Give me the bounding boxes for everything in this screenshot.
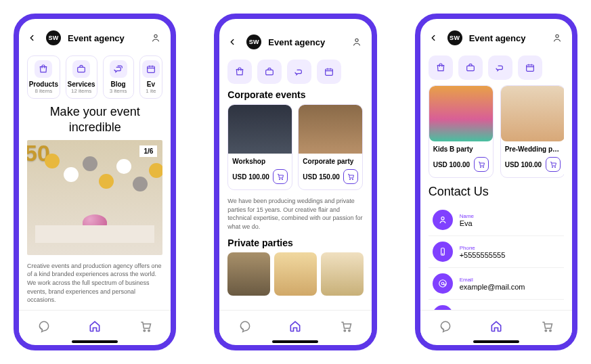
chip-label: Services [68, 81, 95, 88]
card-title: Workshop [232, 158, 288, 165]
hero-description: Creative events and production agency of… [27, 262, 162, 304]
home-indicator [72, 340, 118, 343]
svg-point-20 [554, 166, 555, 167]
product-card-workshop[interactable]: Workshop USD 100.00 [227, 104, 292, 190]
chip-label: Ev [147, 81, 155, 88]
svg-point-14 [556, 35, 559, 37]
card-title: Corporate party [303, 158, 358, 165]
svg-point-11 [353, 179, 353, 179]
chip-services[interactable]: Services 12 items [66, 55, 97, 99]
thumbnail[interactable] [227, 252, 270, 296]
phone-frame-2: SW Event agency Corporate events Worksho… [214, 14, 376, 350]
phone-frame-1: SW Event agency Products 8 items Service… [14, 14, 176, 350]
add-to-cart-button[interactable] [273, 169, 288, 184]
back-icon[interactable] [27, 33, 39, 43]
svg-point-12 [344, 329, 345, 331]
chip-sub: 3 items [110, 88, 127, 94]
home-indicator [473, 340, 519, 343]
add-to-cart-button[interactable] [546, 157, 561, 172]
card-image [228, 105, 292, 154]
profile-icon[interactable] [350, 37, 364, 47]
section-corporate-events: Corporate events [227, 89, 363, 100]
briefcase-icon [72, 60, 90, 78]
hero-heading: Make your event incredible [27, 104, 162, 136]
back-icon[interactable] [227, 37, 240, 47]
person-icon [433, 210, 453, 230]
nav-chat-icon[interactable] [238, 319, 253, 334]
bag-icon [35, 60, 52, 78]
bottom-nav [420, 310, 572, 341]
app-header: SW Event agency [27, 26, 162, 50]
nav-chat-icon[interactable] [37, 319, 51, 334]
contact-row-name[interactable]: Name Eva [429, 204, 564, 236]
chip-events[interactable]: Ev 1 ite [139, 55, 163, 99]
chip-events[interactable] [317, 60, 341, 84]
card-title: Pre-Wedding pa... [505, 145, 561, 153]
thumbnail[interactable] [274, 252, 317, 296]
contact-value: example@mail.com [460, 283, 525, 291]
bottom-nav [219, 310, 371, 341]
svg-point-9 [282, 179, 283, 179]
contact-row-address[interactable]: Address Netherlands, Amsterdam [429, 300, 564, 310]
chip-blog[interactable] [488, 55, 512, 80]
card-image [429, 86, 493, 141]
contact-heading: Contact Us [429, 185, 564, 199]
contact-row-phone[interactable]: Phone +5555555555 [429, 236, 564, 268]
corporate-cards: Workshop USD 100.00 Corporate party USD … [227, 104, 363, 190]
chip-events[interactable] [518, 55, 542, 80]
chip-products[interactable] [227, 60, 252, 84]
hero-image[interactable]: 1/6 50 [27, 140, 162, 255]
chip-services[interactable] [458, 55, 483, 80]
svg-point-3 [144, 329, 145, 331]
svg-point-17 [480, 166, 481, 167]
profile-icon[interactable] [149, 32, 162, 43]
nav-cart-icon[interactable] [138, 319, 153, 334]
chip-label: Products [29, 81, 58, 88]
brand-logo: SW [46, 30, 61, 45]
category-chips: Products 8 items Services 12 items Blog … [27, 55, 162, 99]
svg-point-5 [355, 39, 358, 41]
contact-label: Name [460, 213, 474, 219]
nav-home-icon[interactable] [87, 319, 102, 334]
nav-chat-icon[interactable] [438, 319, 453, 334]
calendar-icon [142, 60, 160, 78]
phone-icon [433, 242, 453, 262]
card-image [501, 86, 564, 141]
profile-icon[interactable] [550, 32, 564, 43]
card-title: Kids B party [433, 145, 489, 153]
chip-products[interactable] [429, 55, 453, 80]
location-icon [433, 305, 453, 310]
svg-rect-2 [148, 66, 155, 72]
nav-home-icon[interactable] [489, 319, 504, 334]
contact-label: Email [460, 277, 525, 283]
contact-row-email[interactable]: Email example@mail.com [429, 268, 564, 300]
chip-sub: 8 items [35, 88, 52, 94]
private-thumbnails [227, 252, 363, 296]
svg-rect-15 [466, 66, 474, 70]
bottom-nav [19, 310, 171, 341]
chip-products[interactable]: Products 8 items [27, 55, 60, 99]
add-to-cart-button[interactable] [343, 169, 358, 184]
nav-home-icon[interactable] [288, 319, 303, 334]
chip-services[interactable] [257, 60, 282, 84]
chip-blog[interactable] [287, 60, 311, 84]
about-text: We have been producing weddings and priv… [227, 197, 363, 231]
svg-point-18 [483, 166, 483, 167]
svg-rect-7 [326, 69, 333, 75]
thumbnail[interactable] [321, 252, 364, 296]
svg-point-28 [549, 329, 550, 331]
svg-point-23 [442, 254, 443, 254]
svg-point-10 [350, 179, 351, 179]
nav-cart-icon[interactable] [540, 319, 554, 334]
page-title: Event agency [469, 33, 544, 43]
add-to-cart-button[interactable] [474, 157, 489, 172]
page-title: Event agency [268, 37, 343, 47]
nav-cart-icon[interactable] [338, 319, 353, 334]
svg-point-19 [552, 166, 552, 167]
product-card-pre-wedding[interactable]: Pre-Wedding pa... USD 100.00 [500, 85, 564, 178]
product-card-corporate-party[interactable]: Corporate party USD 150.00 [298, 104, 363, 190]
back-icon[interactable] [429, 33, 441, 43]
chip-sub: 12 items [71, 88, 91, 94]
product-card-kids-party[interactable]: Kids B party USD 100.00 [429, 85, 494, 178]
chip-blog[interactable]: Blog 3 items [103, 55, 134, 99]
